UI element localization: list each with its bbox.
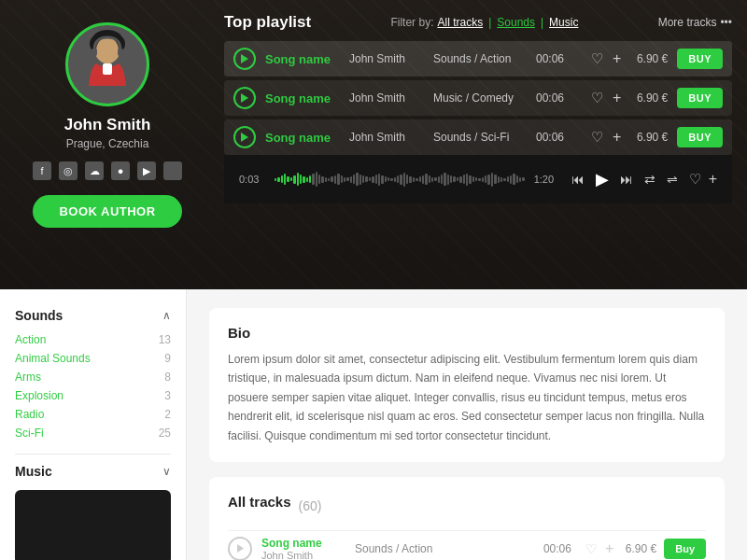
sidebar-item[interactable]: Sci-Fi 25 [15, 424, 171, 442]
track-actions-1: ♡ + 6.90 € BUY [591, 49, 723, 69]
svg-rect-5 [92, 49, 97, 56]
player-right: ♡ + [689, 171, 717, 188]
add-icon-2[interactable]: + [613, 90, 621, 106]
sidebar-item-label: Sci-Fi [15, 427, 44, 440]
artist-panel: John Smith Prague, Czechia f ◎ ☁ ● ▶ BOO… [0, 0, 215, 289]
favorite-icon-2[interactable]: ♡ [591, 90, 603, 106]
filter-music[interactable]: Music [549, 16, 578, 29]
svg-marker-10 [241, 133, 248, 142]
track-price-2: 6.90 € [630, 91, 668, 105]
at-add-icon[interactable]: + [605, 540, 613, 557]
play-button-2[interactable] [233, 87, 256, 109]
favorite-icon-3[interactable]: ♡ [591, 129, 603, 146]
sidebar-item[interactable]: Radio 2 [15, 405, 171, 424]
svg-marker-11 [237, 544, 244, 553]
at-track-info: Song name John Smith [261, 537, 345, 560]
play-button-1[interactable] [233, 48, 256, 70]
player-add-icon[interactable]: + [709, 171, 717, 188]
play-icon[interactable]: ▶ [137, 161, 156, 180]
at-actions: ♡ + 6.90 € Buy [585, 539, 706, 559]
track-artist-2: John Smith [349, 91, 424, 105]
sidebar-item-count: 25 [159, 427, 171, 440]
svg-marker-9 [241, 93, 248, 103]
add-icon-3[interactable]: + [613, 129, 621, 146]
track-duration-3: 00:06 [536, 131, 569, 144]
sidebar-item-label: Radio [15, 408, 44, 421]
player-favorite-icon[interactable]: ♡ [689, 171, 701, 188]
all-tracks-section: All tracks (60) Song name John Smith Sou… [209, 477, 725, 560]
add-icon-1[interactable]: + [613, 50, 621, 67]
svg-point-4 [96, 37, 119, 63]
book-author-button[interactable]: BOOK AUTHOR [33, 195, 181, 228]
sounds-section: Sounds ∧ Action 13 Animal Sounds 9 Arms … [15, 308, 171, 442]
play-button-3[interactable] [233, 126, 256, 148]
soundcloud-icon[interactable]: ☁ [85, 161, 104, 180]
sidebar-item[interactable]: Animal Sounds 9 [15, 349, 171, 368]
sidebar-item-count: 2 [164, 408, 171, 421]
music-section-header[interactable]: Music ∨ [15, 464, 171, 479]
music-label: Music [15, 464, 52, 479]
at-duration: 00:06 [543, 542, 576, 555]
sounds-chevron-icon: ∧ [162, 309, 171, 322]
at-price: 6.90 € [621, 542, 656, 555]
facebook-icon[interactable]: f [33, 161, 51, 180]
sidebar-item-count: 8 [164, 371, 171, 384]
filter-label: Filter by: [390, 16, 433, 29]
at-favorite-icon[interactable]: ♡ [585, 541, 598, 556]
sidebar-item-label: Explosion [15, 389, 63, 402]
track-actions-3: ♡ + 6.90 € BUY [591, 127, 723, 147]
skip-forward-button[interactable]: ⏭ [618, 170, 635, 189]
sidebar-item-count: 13 [159, 333, 171, 346]
track-genre-3: Sounds / Sci-Fi [433, 131, 527, 144]
instagram-icon[interactable]: ◎ [59, 161, 78, 180]
sidebar-item-count: 9 [164, 352, 171, 365]
sidebar-item[interactable]: Arms 8 [15, 368, 171, 386]
waveform[interactable] [275, 164, 525, 194]
skip-back-button[interactable]: ⏮ [570, 170, 586, 189]
bottom-section: Sounds ∧ Action 13 Animal Sounds 9 Arms … [0, 289, 747, 560]
sidebar-item-label: Action [15, 333, 46, 346]
music-section: Music ∨ [15, 464, 171, 479]
buy-button-2[interactable]: BUY [677, 88, 723, 108]
track-price-1: 6.90 € [630, 52, 668, 65]
sounds-label: Sounds [15, 308, 63, 323]
apple-icon[interactable] [163, 161, 182, 180]
tracks-count: (60) [299, 498, 322, 513]
current-time: 0:03 [239, 174, 265, 185]
avatar [65, 22, 149, 106]
sidebar-item[interactable]: Explosion 3 [15, 386, 171, 405]
at-track-artist: John Smith [261, 550, 345, 560]
filter-bar: Filter by: All tracks | Sounds | Music [390, 16, 578, 29]
filter-sep-2: | [541, 16, 543, 29]
buy-button-3[interactable]: BUY [677, 127, 723, 147]
track-price-3: 6.90 € [630, 131, 668, 144]
sounds-section-header[interactable]: Sounds ∧ [15, 308, 171, 323]
track-genre-1: Sounds / Action [433, 52, 527, 65]
shuffle-button[interactable]: ⇌ [665, 170, 680, 189]
track-actions-2: ♡ + 6.90 € BUY [591, 88, 723, 108]
track-row[interactable]: Song name John Smith Sounds / Sci-Fi 00:… [224, 119, 732, 155]
play-pause-button[interactable]: ▶ [594, 167, 611, 191]
at-buy-button[interactable]: Buy [664, 539, 706, 559]
more-tracks-button[interactable]: More tracks ••• [658, 16, 732, 29]
filter-sounds[interactable]: Sounds [497, 16, 535, 29]
svg-rect-7 [103, 63, 112, 75]
spotify-icon[interactable]: ● [111, 161, 130, 180]
sidebar-item[interactable]: Action 13 [15, 330, 171, 349]
at-play-button[interactable] [228, 537, 252, 560]
filter-all-tracks[interactable]: All tracks [437, 16, 483, 29]
buy-button-1[interactable]: BUY [677, 49, 723, 69]
track-name-2: Song name [265, 91, 340, 105]
repeat-button[interactable]: ⇄ [642, 170, 657, 189]
playlist-header: Top playlist Filter by: All tracks | Sou… [224, 13, 732, 32]
track-row[interactable]: Song name John Smith Music / Comedy 00:0… [224, 80, 732, 116]
all-track-row[interactable]: Song name John Smith Sounds / Action 00:… [228, 530, 706, 560]
bio-title: Bio [228, 325, 706, 341]
track-genre-2: Music / Comedy [433, 91, 527, 105]
playlist-title: Top playlist [224, 13, 311, 32]
track-name-1: Song name [265, 52, 340, 66]
favorite-icon-1[interactable]: ♡ [591, 50, 603, 67]
track-row[interactable]: Song name John Smith Sounds / Action 00:… [224, 41, 732, 77]
bio-section: Bio Lorem ipsum dolor sit amet, consecte… [209, 308, 725, 462]
svg-marker-8 [241, 54, 248, 63]
